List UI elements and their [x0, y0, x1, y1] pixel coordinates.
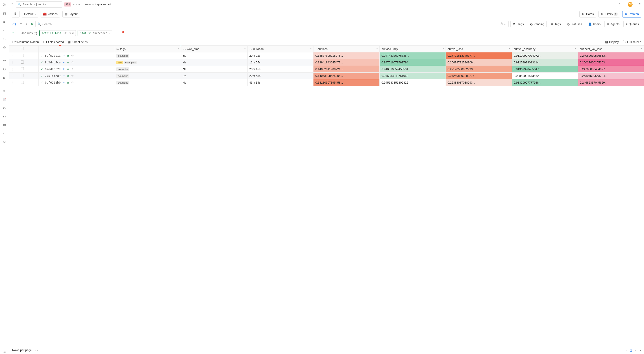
row-checkbox[interactable] — [19, 73, 38, 79]
run-id[interactable]: 626d9cf2d — [45, 67, 60, 71]
page-number[interactable]: 2 — [634, 349, 636, 352]
chevron-down-icon[interactable]: ▾ — [178, 47, 180, 50]
facet-flags[interactable]: ⚑Flags — [510, 21, 526, 27]
layout-button[interactable]: ▥ Layout — [62, 11, 80, 17]
dates-button[interactable]: 🗓 Dates — [580, 11, 596, 17]
drag-handle-icon[interactable]: ⠿ — [11, 3, 14, 6]
table-row[interactable]: ⋮✓8c3d4b5ca↗⋔☆devexamples4s12m 55s0.1394… — [9, 59, 644, 66]
row-checkbox[interactable] — [19, 79, 38, 86]
bar-chart-icon[interactable]: ⫾⫾ — [2, 114, 6, 118]
star-icon[interactable]: ☆ — [71, 81, 74, 84]
pql-help-icon[interactable]: ? — [19, 22, 23, 26]
user-avatar[interactable]: TU — [628, 2, 632, 7]
breadcrumb-project[interactable]: quick-start — [97, 3, 111, 6]
table-row[interactable]: ⋮✓626d9cf2d↗⋔☆examples9s20m 15s0.1400281… — [9, 66, 644, 73]
cube-icon[interactable]: ⬡ — [2, 67, 6, 71]
clear-icon[interactable]: ⓧ — [500, 22, 503, 26]
col-run[interactable] — [38, 46, 114, 52]
table-icon[interactable]: ▦ — [2, 123, 6, 127]
stack-icon[interactable]: ≋ — [2, 20, 6, 24]
query-search-input[interactable] — [42, 22, 498, 26]
page-next[interactable]: › — [640, 349, 641, 352]
branch-icon[interactable]: ⋔ — [66, 81, 70, 84]
branch-icon[interactable]: ⋔ — [66, 68, 70, 71]
facet-tags[interactable]: 🏷Tags — [548, 21, 563, 27]
clock-icon[interactable]: ◷ — [2, 106, 6, 110]
doc-icon[interactable]: ▤ — [2, 11, 6, 15]
row-handle[interactable]: ⋮ — [9, 59, 19, 66]
chevron-down-icon[interactable]: ▾ — [310, 47, 312, 50]
filters-button[interactable]: ⊜ Filters 2 — [598, 11, 620, 17]
chevron-down-icon[interactable]: ▾ — [509, 47, 510, 50]
star-icon[interactable]: ☆ — [71, 54, 74, 57]
facet-pending[interactable]: ◐Pending — [528, 21, 547, 27]
col-duration[interactable]: ⊶duration▾ — [247, 46, 314, 52]
actions-button[interactable]: 🧰 Actions — [40, 11, 60, 17]
page-number[interactable]: 1 — [630, 349, 632, 352]
target-icon[interactable]: ◌ — [2, 37, 6, 41]
refresh-button[interactable]: ↻ Refresh — [622, 11, 641, 17]
chevron-down-icon[interactable]: ▾ — [37, 349, 38, 351]
row-handle[interactable]: ⋮ — [9, 73, 19, 79]
sync-icon[interactable]: ↻ — [30, 22, 34, 26]
sorted-fields-button[interactable]: ↕ 1 fields sorted — [43, 40, 64, 44]
row-handle[interactable]: ⋮ — [9, 79, 19, 86]
fullscreen-button[interactable]: ⛶ Full screen — [623, 40, 641, 44]
global-search-input[interactable] — [23, 3, 60, 6]
branch-icon[interactable]: ⋔ — [66, 61, 70, 64]
branch-icon[interactable]: ⋔ — [66, 54, 70, 57]
col-tags[interactable]: 🏷tags▾ — [114, 46, 182, 52]
facet-statuses[interactable]: ◷Statuses — [564, 21, 584, 27]
gear-small-icon[interactable]: ◎ — [2, 45, 6, 49]
row-checkbox[interactable] — [19, 52, 38, 59]
facet-users[interactable]: 👤Users — [586, 21, 603, 27]
row-checkbox[interactable] — [19, 59, 38, 66]
col-out-best-val-loss[interactable]: out.best_val_loss▾ — [578, 46, 644, 52]
chevron-down-icon[interactable]: ▾ — [641, 47, 642, 50]
open-icon[interactable]: ↗ — [62, 68, 65, 71]
zoom-icon[interactable]: ⊕ — [2, 89, 6, 93]
filter-chip[interactable]: status: succeeded × — [78, 30, 112, 36]
chart-up-icon[interactable]: 📈 — [2, 97, 6, 101]
table-row[interactable]: ⋮✓0df6258b0↗⋔☆examples4s43m 34s0.1411030… — [9, 79, 644, 86]
run-id[interactable]: 8c3d4b5ca — [45, 61, 60, 64]
col-out-val-loss[interactable]: out.val_loss▾ — [446, 46, 512, 52]
remove-chip-icon[interactable]: × — [109, 31, 110, 35]
facet-agents[interactable]: ✳Agents — [604, 21, 622, 27]
open-icon[interactable]: ↗ — [62, 61, 65, 64]
hidden-columns-button[interactable]: ⫴ 23 columns hidden — [12, 40, 39, 44]
table-row[interactable]: ⋮✓7751efed9↗⋔☆examples7s20m 43s0.1404319… — [9, 73, 644, 79]
col-select-all[interactable] — [19, 46, 38, 52]
col-out-val-accuracy[interactable]: out.val_accuracy▾ — [512, 46, 578, 52]
info-icon[interactable]: ⓘ — [2, 3, 6, 7]
star-icon[interactable]: ☆ — [71, 61, 74, 64]
chevron-down-icon[interactable]: ▾ — [443, 47, 444, 50]
page-prev[interactable]: ‹ — [626, 349, 627, 352]
help-icon[interactable]: ? — [637, 2, 642, 7]
chevron-down-icon[interactable]: ▾ — [575, 47, 576, 50]
rows-per-page[interactable]: Rows per page: 5 ▾ — [12, 349, 38, 352]
run-id[interactable]: 0df6258b0 — [45, 81, 60, 84]
remove-chip-icon[interactable]: × — [72, 31, 74, 35]
terminal-icon[interactable]: ›_ — [2, 131, 6, 135]
folder-add-icon[interactable]: 🗀⁺ — [618, 2, 623, 7]
breadcrumb-projects[interactable]: projects — [84, 3, 94, 6]
star-icon[interactable]: ☆ — [71, 74, 74, 77]
enter-icon[interactable]: ↩ — [504, 22, 506, 26]
col-wait-time[interactable]: ⊶wait_time▾ — [182, 46, 248, 52]
page-icon[interactable]: 🗎 — [2, 75, 6, 79]
open-icon[interactable]: ↗ — [62, 74, 65, 77]
breadcrumb-org[interactable]: acme — [73, 3, 80, 6]
open-icon[interactable]: ↗ — [62, 54, 65, 57]
filter-chip[interactable]: metrics.loss: <0.3 × — [39, 30, 76, 36]
chevron-down-icon[interactable]: ▾ — [244, 47, 246, 50]
branch-icon[interactable]: ⋔ — [66, 74, 70, 77]
global-search[interactable]: 🔍 — [16, 1, 62, 7]
row-handle[interactable]: ⋮ — [9, 52, 19, 59]
query-search[interactable]: 🔍 ⓧ ↩ — [36, 21, 508, 27]
display-button[interactable]: ▤ Display — [605, 40, 619, 44]
run-id[interactable]: 7751efed9 — [45, 74, 60, 77]
list-icon[interactable]: ≡ — [25, 22, 28, 26]
shuffle-icon[interactable]: ⇄ — [2, 28, 6, 32]
collapse-icon[interactable]: ⇥ — [2, 350, 6, 354]
